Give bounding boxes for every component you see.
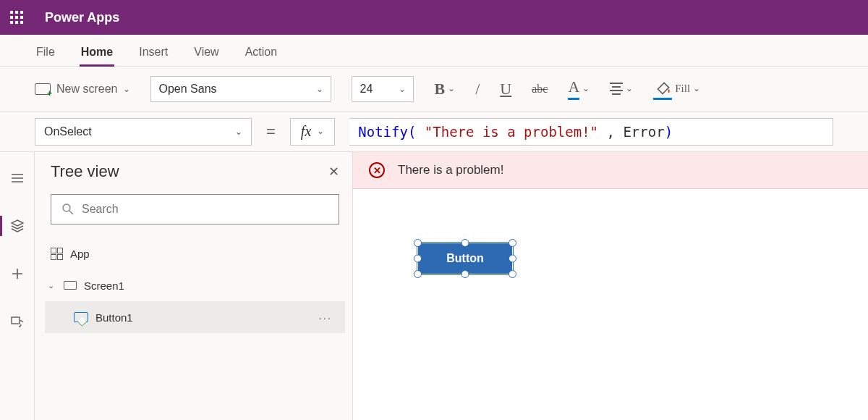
resize-handle-w[interactable] bbox=[414, 255, 422, 263]
equals-label: = bbox=[266, 122, 276, 141]
close-icon[interactable]: ✕ bbox=[328, 164, 339, 180]
formula-input[interactable]: Notify( "There is a problem!" , Error) bbox=[349, 118, 833, 146]
chevron-down-icon: ⌄ bbox=[316, 84, 323, 94]
chevron-down-icon: ⌄ bbox=[626, 83, 633, 94]
fill-icon bbox=[653, 81, 672, 97]
plus-icon bbox=[11, 267, 24, 280]
formula-token-arg: Error bbox=[623, 124, 664, 140]
italic-button[interactable]: / bbox=[475, 80, 480, 98]
font-color-button[interactable]: A⌄ bbox=[568, 77, 590, 100]
canvas-button-label: Button bbox=[446, 252, 484, 265]
font-family-select[interactable]: Open Sans ⌄ bbox=[150, 76, 331, 102]
font-size-select[interactable]: 24 ⌄ bbox=[352, 76, 414, 102]
more-options-icon[interactable]: ··· bbox=[318, 311, 332, 324]
rail-media[interactable] bbox=[0, 307, 34, 336]
tab-view[interactable]: View bbox=[192, 40, 220, 67]
chevron-down-icon: ⌄ bbox=[448, 83, 455, 94]
chevron-down-icon: ⌄ bbox=[123, 84, 130, 94]
tree-item-app[interactable]: App bbox=[45, 238, 345, 269]
tree-panel: Tree view ✕ App ⌄ Screen1 Button1 ··· bbox=[35, 152, 353, 420]
tree-title: Tree view bbox=[51, 162, 119, 181]
rail-tree-view[interactable] bbox=[0, 211, 34, 240]
property-select[interactable]: OnSelect ⌄ bbox=[35, 118, 252, 146]
strikethrough-button[interactable]: abc bbox=[532, 83, 548, 96]
chevron-down-icon: ⌄ bbox=[317, 126, 324, 137]
tree-item-label: Screen1 bbox=[84, 280, 124, 292]
search-input[interactable] bbox=[82, 203, 328, 216]
chevron-down-icon: ⌄ bbox=[399, 84, 406, 94]
waffle-icon[interactable] bbox=[10, 11, 23, 24]
new-screen-button[interactable]: New screen ⌄ bbox=[35, 83, 130, 96]
workspace: Tree view ✕ App ⌄ Screen1 Button1 ··· ✕ … bbox=[0, 152, 868, 420]
formula-token bbox=[598, 124, 606, 140]
ribbon: New screen ⌄ Open Sans ⌄ 24 ⌄ B⌄ / U abc… bbox=[0, 67, 868, 112]
notification-banner: ✕ There is a problem! bbox=[353, 152, 868, 189]
formula-token bbox=[615, 124, 623, 140]
align-button[interactable]: ⌄ bbox=[610, 83, 633, 95]
formula-token: ( bbox=[408, 124, 416, 140]
tree-search[interactable] bbox=[51, 194, 339, 224]
tree-item-button1[interactable]: Button1 ··· bbox=[45, 301, 345, 333]
tab-action[interactable]: Action bbox=[244, 40, 278, 67]
tree-header: Tree view ✕ bbox=[51, 162, 339, 181]
app-top-bar: Power Apps bbox=[0, 0, 868, 35]
fill-button[interactable]: Fill ⌄ bbox=[653, 81, 700, 97]
canvas[interactable]: ✕ There is a problem! Button bbox=[353, 152, 868, 420]
fx-button[interactable]: fx ⌄ bbox=[290, 118, 335, 146]
screen-icon bbox=[64, 281, 77, 290]
fill-label: Fill bbox=[675, 83, 690, 95]
resize-handle-se[interactable] bbox=[509, 270, 516, 278]
resize-handle-sw[interactable] bbox=[414, 270, 422, 278]
left-rail bbox=[0, 152, 35, 420]
formula-token bbox=[416, 124, 424, 140]
tree-item-label: App bbox=[70, 248, 90, 260]
font-family-value: Open Sans bbox=[158, 83, 216, 96]
resize-handle-ne[interactable] bbox=[509, 239, 516, 247]
rail-insert[interactable] bbox=[0, 259, 34, 288]
formula-bar: OnSelect ⌄ = fx ⌄ Notify( "There is a pr… bbox=[0, 112, 868, 152]
svg-point-1 bbox=[63, 204, 70, 211]
menu-bar: File Home Insert View Action bbox=[0, 35, 868, 67]
hamburger-icon bbox=[11, 172, 24, 185]
error-icon: ✕ bbox=[369, 162, 385, 178]
canvas-button-control[interactable]: Button bbox=[418, 243, 512, 274]
resize-handle-s[interactable] bbox=[461, 270, 469, 278]
chevron-down-icon: ⌄ bbox=[235, 127, 242, 137]
new-screen-label: New screen bbox=[56, 83, 117, 96]
notification-text: There is a problem! bbox=[398, 163, 503, 177]
button-control-icon bbox=[74, 312, 88, 322]
font-size-value: 24 bbox=[359, 83, 373, 96]
svg-rect-0 bbox=[12, 317, 20, 324]
property-value: OnSelect bbox=[44, 125, 92, 138]
rail-hamburger[interactable] bbox=[0, 164, 34, 193]
chevron-down-icon: ⌄ bbox=[693, 83, 700, 94]
tab-file[interactable]: File bbox=[35, 40, 56, 67]
tab-insert[interactable]: Insert bbox=[137, 40, 169, 67]
app-title: Power Apps bbox=[45, 10, 119, 25]
underline-button[interactable]: U bbox=[500, 80, 511, 98]
formula-token: , bbox=[607, 124, 615, 140]
new-screen-icon bbox=[35, 83, 51, 95]
chevron-down-icon: ⌄ bbox=[582, 83, 590, 94]
bold-button[interactable]: B⌄ bbox=[434, 80, 455, 98]
media-icon bbox=[11, 315, 24, 328]
align-icon bbox=[610, 83, 623, 95]
search-icon bbox=[61, 203, 75, 216]
app-icon bbox=[51, 248, 63, 260]
tab-home[interactable]: Home bbox=[80, 40, 114, 67]
resize-handle-n[interactable] bbox=[461, 239, 469, 247]
resize-handle-nw[interactable] bbox=[414, 239, 422, 247]
formula-token-fn: Notify bbox=[358, 124, 408, 140]
formula-token-string: "There is a problem!" bbox=[425, 124, 598, 140]
chevron-down-icon[interactable]: ⌄ bbox=[48, 281, 56, 290]
tree-item-screen1[interactable]: ⌄ Screen1 bbox=[45, 269, 345, 301]
resize-handle-e[interactable] bbox=[509, 255, 516, 263]
layers-icon bbox=[11, 219, 24, 232]
tree-item-label: Button1 bbox=[95, 311, 133, 324]
fx-label: fx bbox=[301, 123, 311, 140]
formula-token: ) bbox=[665, 124, 673, 140]
